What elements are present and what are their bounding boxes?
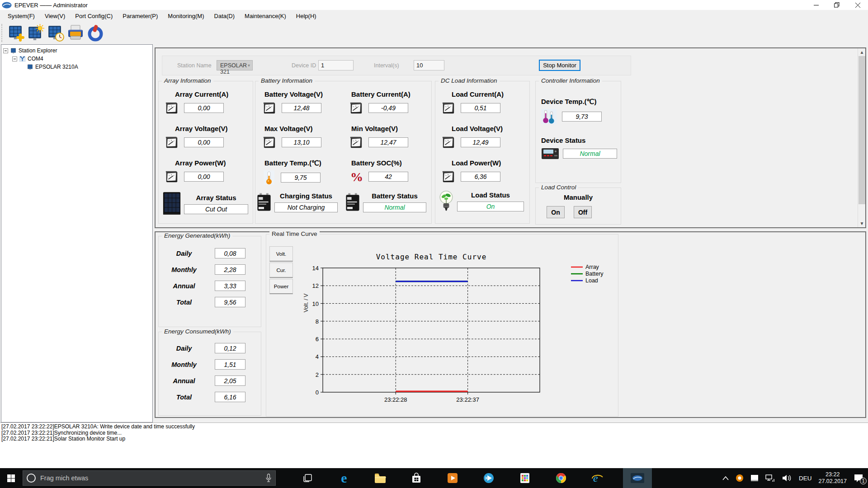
taskbar-clock[interactable]: 23:22 27.02.2017 [818, 471, 847, 485]
battery-status-label: Battery Status [372, 192, 418, 200]
tray-app-square[interactable] [750, 474, 759, 482]
device-temp-value: 9,73 [562, 112, 602, 122]
load-power-label: Load Power(W) [452, 159, 520, 167]
monthly-label: Monthly [163, 361, 205, 368]
tree-node-epsolar-3210a[interactable]: EPSOLAR 3210A [3, 63, 152, 71]
annual-generated-value: 3,33 [215, 281, 245, 291]
start-button[interactable] [0, 468, 22, 488]
microphone-icon[interactable] [265, 474, 272, 483]
device-clock-icon [47, 24, 65, 42]
task-view-button[interactable] [297, 468, 318, 488]
menu-port-config[interactable]: Port Config(C) [70, 11, 118, 21]
menu-system[interactable]: System(F) [3, 11, 40, 21]
annual-label: Annual [163, 282, 205, 290]
real-time-curve-group: Real Time Curve Volt. Cur. Power Voltage… [266, 234, 618, 417]
scroll-up-icon[interactable]: ▲ [858, 48, 866, 56]
device-id-input[interactable]: 1 [318, 60, 354, 70]
tree-node-label: Station Explorer [19, 47, 57, 54]
media-player-button[interactable] [442, 468, 463, 488]
video-player-button[interactable] [478, 468, 499, 488]
action-center-button[interactable]: 1 [854, 474, 863, 483]
gauge-icon [165, 136, 179, 149]
toolbar [0, 22, 868, 44]
tab-volt[interactable]: Volt. [269, 246, 293, 262]
event-log: [27.02.2017 23:22:22]EPSOLAR 3210A: Writ… [0, 422, 868, 468]
chrome-button[interactable] [551, 468, 571, 488]
print-button[interactable] [66, 23, 85, 43]
menu-parameter[interactable]: Parameter(P) [118, 11, 163, 21]
store-button[interactable] [406, 468, 427, 488]
load-voltage-label: Load Voltage(V) [452, 125, 520, 132]
internet-explorer-button[interactable]: e [587, 468, 608, 488]
network-tray-button[interactable] [765, 474, 775, 482]
tree-node-station-explorer[interactable]: Station Explorer [3, 47, 152, 55]
exit-button[interactable] [85, 23, 105, 43]
group-title: Energy Generated(kWh) [162, 232, 232, 239]
charging-status-value: Not Charging [274, 202, 338, 212]
collapse-icon[interactable] [12, 56, 17, 61]
minimize-button[interactable] [806, 0, 826, 10]
battery-soc-label: Battery SOC(%) [351, 159, 428, 167]
add-station-button[interactable] [6, 23, 26, 43]
restore-button[interactable] [826, 0, 847, 10]
total-label: Total [163, 394, 205, 401]
tray-expand-button[interactable] [722, 476, 729, 480]
gauge-icon [165, 170, 179, 183]
scroll-down-icon[interactable]: ▼ [858, 220, 866, 227]
station-name-select[interactable]: EPSOLAR 321 ▾ [217, 60, 253, 70]
dc-load-information-group: DC Load Information Load Current(A) 0,51… [435, 81, 530, 224]
epever-taskbar-button-active[interactable] [623, 468, 652, 488]
array-status-label: Array Status [196, 194, 236, 202]
cortana-search-box[interactable]: Frag mich etwas [23, 470, 276, 486]
svg-text:6: 6 [316, 336, 319, 343]
device-clock-button[interactable] [46, 23, 66, 43]
menu-view[interactable]: View(V) [40, 11, 70, 21]
vertical-scrollbar[interactable]: ▲ ▼ [858, 48, 865, 227]
svg-text:12: 12 [312, 282, 319, 289]
array-current-label: Array Current(A) [175, 90, 244, 98]
file-explorer-button[interactable] [370, 468, 391, 488]
play-icon [483, 473, 494, 483]
monthly-label: Monthly [163, 266, 205, 273]
language-indicator[interactable]: DEU [799, 475, 812, 482]
controller-icon [541, 147, 559, 160]
menu-help[interactable]: Help(H) [291, 11, 321, 21]
load-status-value: On [457, 202, 524, 211]
annual-label: Annual [163, 377, 205, 385]
gauge-icon [349, 136, 363, 149]
realtime-monitor-panel: Station Name EPSOLAR 321 ▾ Device ID 1 I… [155, 47, 866, 228]
menu-data[interactable]: Data(D) [209, 11, 240, 21]
stop-monitor-button[interactable]: Stop Monitor [539, 60, 580, 71]
array-information-group: Array Information Array Current(A) 0,00 … [158, 81, 253, 224]
menu-monitoring[interactable]: Monitoring(M) [163, 11, 209, 21]
load-off-button[interactable]: Off [574, 206, 592, 218]
tray-app-orange[interactable] [736, 474, 744, 482]
gauge-icon [349, 101, 363, 115]
load-on-button[interactable]: On [547, 206, 565, 218]
scrollbar-thumb[interactable] [859, 56, 865, 204]
close-button[interactable] [847, 0, 868, 10]
tab-cur[interactable]: Cur. [269, 263, 293, 278]
gauge-icon [165, 101, 179, 115]
min-voltage-value: 12,47 [368, 137, 408, 147]
edge-taskbar-button[interactable]: e [334, 468, 354, 488]
battery-soc-value: 42 [368, 172, 408, 182]
tree-node-label: EPSOLAR 3210A [35, 64, 78, 70]
daily-consumed-value: 0,12 [215, 343, 245, 353]
load-current-label: Load Current(A) [452, 90, 520, 98]
tree-node-com4[interactable]: COM4 [3, 55, 152, 63]
menu-maintenance[interactable]: Maintenance(K) [240, 11, 291, 21]
group-title: Load Control [539, 184, 578, 191]
log-line: [27.02.2017 23:22:21]Synchronizing devic… [1, 430, 868, 436]
pinned-apps: e [297, 468, 652, 488]
total-generated-value: 9,56 [215, 297, 245, 307]
interval-label: Interval(s) [374, 62, 399, 69]
tab-power[interactable]: Power [269, 279, 293, 294]
app-grid-button[interactable] [514, 468, 535, 488]
station-monitor-button[interactable] [26, 23, 46, 43]
battery-voltage-label: Battery Voltage(V) [264, 90, 341, 98]
array-voltage-label: Array Voltage(V) [175, 125, 244, 132]
volume-tray-button[interactable] [782, 474, 792, 482]
collapse-icon[interactable] [3, 48, 8, 53]
interval-input[interactable]: 10 [414, 60, 444, 70]
